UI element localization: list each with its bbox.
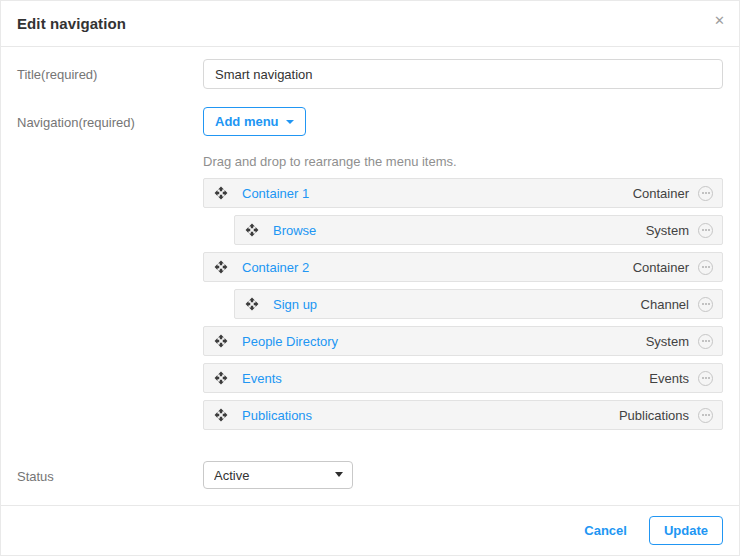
edit-navigation-modal: Edit navigation ✕ Title(required) Naviga… [0,0,740,556]
navigation-field-label: Navigation(required) [17,107,203,130]
menu-item-type: Channel [641,297,689,312]
menu-item-row: Events Events [203,363,723,393]
title-field-row: Title(required) [17,59,723,89]
menu-item-type: Container [633,260,689,275]
modal-footer: Cancel Update [1,505,739,555]
title-input[interactable] [203,59,723,89]
menu-item-link[interactable]: Publications [242,408,312,423]
menu-item-row: Container 2 Container [203,252,723,282]
status-select-wrap: Active [203,461,353,489]
title-field-control [203,59,723,89]
menu-item-row: Browse System [234,215,723,245]
ellipsis-menu-button[interactable] [698,186,713,201]
ellipsis-menu-button[interactable] [698,371,713,386]
menu-item-type: Publications [619,408,689,423]
menu-item-type: Container [633,186,689,201]
menu-item-row: Publications Publications [203,400,723,430]
menu-item-link[interactable]: Sign up [273,297,317,312]
menu-item-row: Sign up Channel [234,289,723,319]
chevron-down-icon [286,120,294,124]
add-menu-button[interactable]: Add menu [203,107,306,136]
move-icon[interactable] [245,297,259,311]
ellipsis-menu-button[interactable] [698,408,713,423]
status-field-label: Status [17,461,203,484]
status-select[interactable]: Active [203,461,353,489]
ellipsis-menu-button[interactable] [698,334,713,349]
status-field-control: Active [203,461,723,489]
menu-item-link[interactable]: Events [242,371,282,386]
ellipsis-menu-button[interactable] [698,223,713,238]
modal-header: Edit navigation ✕ [1,1,739,47]
menu-list: Container 1 Container Browse System Cont… [203,178,723,430]
drag-drop-hint: Drag and drop to rearrange the menu item… [203,154,723,169]
status-field-row: Status Active [17,461,723,489]
ellipsis-menu-button[interactable] [698,260,713,275]
menu-item-link[interactable]: Container 2 [242,260,309,275]
navigation-field-control: Add menu Drag and drop to rearrange the … [203,107,723,437]
add-menu-label: Add menu [215,114,279,129]
move-icon[interactable] [214,260,228,274]
ellipsis-menu-button[interactable] [698,297,713,312]
menu-item-type: System [646,334,689,349]
menu-item-type: Events [649,371,689,386]
update-button[interactable]: Update [649,516,723,545]
move-icon[interactable] [214,371,228,385]
move-icon[interactable] [214,186,228,200]
move-icon[interactable] [214,408,228,422]
menu-item-type: System [646,223,689,238]
modal-title: Edit navigation [17,15,126,32]
menu-item-link[interactable]: Container 1 [242,186,309,201]
menu-item-row: Container 1 Container [203,178,723,208]
menu-item-link[interactable]: Browse [273,223,316,238]
move-icon[interactable] [214,334,228,348]
title-field-label: Title(required) [17,59,203,82]
menu-item-link[interactable]: People Directory [242,334,338,349]
move-icon[interactable] [245,223,259,237]
modal-body: Title(required) Navigation(required) Add… [1,47,739,489]
navigation-field-row: Navigation(required) Add menu Drag and d… [17,107,723,437]
close-icon[interactable]: ✕ [714,14,725,27]
menu-item-row: People Directory System [203,326,723,356]
cancel-button[interactable]: Cancel [584,523,627,538]
